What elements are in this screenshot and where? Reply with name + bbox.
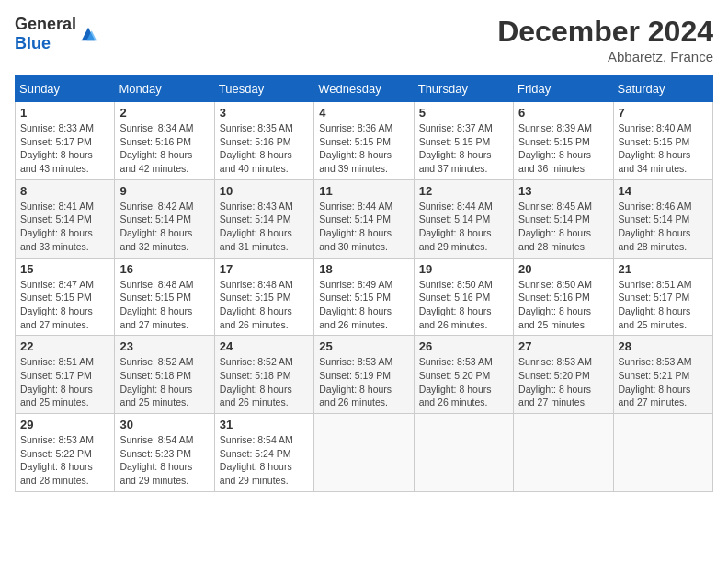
weekday-header-monday: Monday [115,76,214,102]
sunrise-label: Sunrise: 8:44 AM [419,201,493,212]
sunset-label: Sunset: 5:16 PM [220,136,291,147]
sunset-label: Sunset: 5:16 PM [518,292,590,303]
sunset-label: Sunset: 5:15 PM [518,136,590,147]
day-info: Sunrise: 8:34 AM Sunset: 5:16 PM Dayligh… [119,121,209,176]
sunrise-label: Sunrise: 8:47 AM [20,279,94,290]
day-info: Sunrise: 8:53 AM Sunset: 5:21 PM Dayligh… [619,355,708,409]
sunrise-label: Sunrise: 8:44 AM [319,201,392,212]
day-info: Sunrise: 8:44 AM Sunset: 5:14 PM Dayligh… [319,200,408,254]
day-info: Sunrise: 8:52 AM Sunset: 5:18 PM Dayligh… [119,355,209,409]
weekday-header-saturday: Saturday [613,76,712,102]
sunset-label: Sunset: 5:15 PM [220,292,291,303]
empty-cell [414,414,513,492]
daylight-label: Daylight: 8 hoursand 27 minutes. [518,384,591,408]
sunrise-label: Sunrise: 8:50 AM [518,279,592,290]
sunset-label: Sunset: 5:15 PM [119,292,191,303]
sunset-label: Sunset: 5:16 PM [419,292,491,303]
calendar-day-cell: 22 Sunrise: 8:51 AM Sunset: 5:17 PM Dayl… [16,336,115,414]
sunset-label: Sunset: 5:17 PM [619,292,690,303]
day-info: Sunrise: 8:39 AM Sunset: 5:15 PM Dayligh… [518,121,608,176]
calendar-day-cell: 2 Sunrise: 8:34 AM Sunset: 5:16 PM Dayli… [115,102,214,180]
sunrise-label: Sunrise: 8:51 AM [20,356,94,367]
sunset-label: Sunset: 5:17 PM [20,370,92,381]
daylight-label: Daylight: 8 hoursand 37 minutes. [419,149,492,174]
sunrise-label: Sunrise: 8:39 AM [518,122,592,133]
sunrise-label: Sunrise: 8:52 AM [220,356,293,367]
daylight-label: Daylight: 8 hoursand 30 minutes. [319,227,392,252]
day-number: 20 [518,262,608,276]
logo: General Blue [15,15,98,53]
sunset-label: Sunset: 5:17 PM [20,136,92,147]
calendar-day-cell: 7 Sunrise: 8:40 AM Sunset: 5:15 PM Dayli… [613,102,712,180]
sunrise-label: Sunrise: 8:48 AM [119,279,193,290]
calendar-day-cell: 23 Sunrise: 8:52 AM Sunset: 5:18 PM Dayl… [115,336,214,414]
logo-icon [78,24,98,44]
day-info: Sunrise: 8:45 AM Sunset: 5:14 PM Dayligh… [518,200,608,254]
sunrise-label: Sunrise: 8:53 AM [319,356,392,367]
sunset-label: Sunset: 5:15 PM [619,136,690,147]
daylight-label: Daylight: 8 hoursand 36 minutes. [518,149,591,174]
sunrise-label: Sunrise: 8:50 AM [419,279,493,290]
calendar-day-cell: 30 Sunrise: 8:54 AM Sunset: 5:23 PM Dayl… [115,414,214,492]
logo-general: General [15,15,76,33]
calendar-day-cell: 29 Sunrise: 8:53 AM Sunset: 5:22 PM Dayl… [16,414,115,492]
day-info: Sunrise: 8:50 AM Sunset: 5:16 PM Dayligh… [518,278,608,332]
day-number: 14 [619,184,708,198]
calendar-day-cell: 9 Sunrise: 8:42 AM Sunset: 5:14 PM Dayli… [115,179,214,258]
daylight-label: Daylight: 8 hoursand 26 minutes. [419,305,492,330]
sunset-label: Sunset: 5:22 PM [20,448,92,459]
calendar-week-row: 1 Sunrise: 8:33 AM Sunset: 5:17 PM Dayli… [16,102,713,180]
calendar-day-cell: 14 Sunrise: 8:46 AM Sunset: 5:14 PM Dayl… [613,179,712,258]
calendar-day-cell: 24 Sunrise: 8:52 AM Sunset: 5:18 PM Dayl… [214,336,313,414]
sunset-label: Sunset: 5:24 PM [220,448,291,459]
day-info: Sunrise: 8:36 AM Sunset: 5:15 PM Dayligh… [319,121,408,176]
calendar-day-cell: 11 Sunrise: 8:44 AM Sunset: 5:14 PM Dayl… [314,179,414,258]
day-number: 21 [619,262,708,276]
day-number: 24 [220,339,309,353]
day-info: Sunrise: 8:43 AM Sunset: 5:14 PM Dayligh… [220,200,309,254]
month-year-title: December 2024 [497,15,713,49]
calendar-day-cell: 31 Sunrise: 8:54 AM Sunset: 5:24 PM Dayl… [214,414,313,492]
weekday-header-row: SundayMondayTuesdayWednesdayThursdayFrid… [16,76,713,102]
sunrise-label: Sunrise: 8:41 AM [20,201,94,212]
day-number: 5 [419,106,508,120]
calendar-day-cell: 15 Sunrise: 8:47 AM Sunset: 5:15 PM Dayl… [16,258,115,336]
daylight-label: Daylight: 8 hoursand 28 minutes. [619,227,691,252]
calendar-day-cell: 27 Sunrise: 8:53 AM Sunset: 5:20 PM Dayl… [514,336,613,414]
daylight-label: Daylight: 8 hoursand 25 minutes. [20,384,93,408]
daylight-label: Daylight: 8 hoursand 26 minutes. [319,305,392,330]
weekday-header-friday: Friday [514,76,613,102]
day-number: 27 [518,339,608,353]
sunrise-label: Sunrise: 8:54 AM [220,434,293,445]
sunset-label: Sunset: 5:18 PM [220,370,291,381]
daylight-label: Daylight: 8 hoursand 26 minutes. [419,384,492,408]
calendar-day-cell: 1 Sunrise: 8:33 AM Sunset: 5:17 PM Dayli… [16,102,115,180]
sunset-label: Sunset: 5:15 PM [419,136,491,147]
sunset-label: Sunset: 5:14 PM [319,213,391,224]
daylight-label: Daylight: 8 hoursand 43 minutes. [20,149,93,174]
calendar-day-cell: 25 Sunrise: 8:53 AM Sunset: 5:19 PM Dayl… [314,336,414,414]
sunrise-label: Sunrise: 8:40 AM [619,122,692,133]
daylight-label: Daylight: 8 hoursand 26 minutes. [220,384,292,408]
empty-cell [613,414,712,492]
day-number: 9 [119,184,209,198]
daylight-label: Daylight: 8 hoursand 29 minutes. [419,227,492,252]
daylight-label: Daylight: 8 hoursand 42 minutes. [119,149,192,174]
empty-cell [314,414,414,492]
day-number: 30 [119,418,209,431]
sunrise-label: Sunrise: 8:51 AM [619,279,692,290]
calendar-table: SundayMondayTuesdayWednesdayThursdayFrid… [15,75,713,492]
logo-text: General Blue [15,15,76,53]
sunset-label: Sunset: 5:14 PM [119,213,191,224]
daylight-label: Daylight: 8 hoursand 31 minutes. [220,227,292,252]
day-number: 8 [20,184,109,198]
sunrise-label: Sunrise: 8:46 AM [619,201,692,212]
day-info: Sunrise: 8:44 AM Sunset: 5:14 PM Dayligh… [419,200,508,254]
daylight-label: Daylight: 8 hoursand 32 minutes. [119,227,192,252]
day-info: Sunrise: 8:54 AM Sunset: 5:23 PM Dayligh… [119,433,209,488]
daylight-label: Daylight: 8 hoursand 33 minutes. [20,227,93,252]
weekday-header-sunday: Sunday [16,76,115,102]
weekday-header-thursday: Thursday [414,76,513,102]
sunrise-label: Sunrise: 8:34 AM [119,122,193,133]
empty-cell [514,414,613,492]
